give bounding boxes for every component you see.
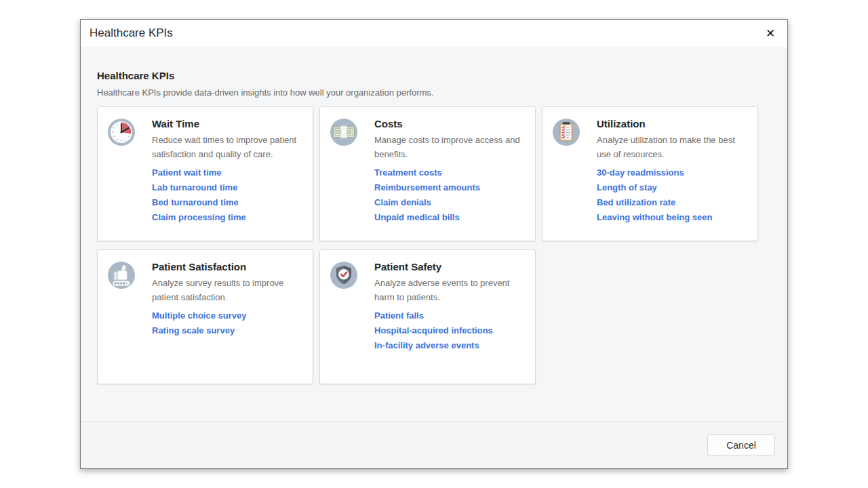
kpi-card-grid: Wait Time Reduce wait times to improve p…	[97, 106, 771, 384]
kpi-link[interactable]: In-facility adverse events	[374, 341, 526, 350]
dialog-footer: Cancel	[81, 421, 787, 468]
card-description: Analyze adverse events to prevent harm t…	[374, 276, 526, 304]
close-icon[interactable]: ✕	[760, 23, 781, 43]
kpi-card-utilization: Utilization Analyze utilization to make …	[542, 106, 758, 241]
kpi-link[interactable]: Hospital-acquired infections	[374, 326, 526, 336]
card-description: Manage costs to improve access and benef…	[374, 133, 526, 161]
card-description: Analyze survey results to improve patien…	[152, 276, 303, 304]
thumbs-up-rating-icon	[107, 261, 136, 289]
card-description: Analyze utilization to make the best use…	[597, 133, 748, 161]
kpi-link[interactable]: Treatment costs	[374, 168, 526, 178]
kpi-card-patient-safety: Patient Safety Analyze adverse events to…	[319, 249, 536, 384]
banknotes-icon	[330, 118, 358, 146]
clock-icon	[107, 118, 136, 146]
kpi-card-patient-satisfaction: Patient Satisfaction Analyze survey resu…	[97, 249, 313, 384]
kpi-link[interactable]: Multiple choice survey	[152, 311, 303, 321]
page-title: Healthcare KPIs	[97, 70, 771, 82]
page-subtitle: Healthcare KPIs provide data-driven insi…	[97, 87, 771, 98]
card-link-list: Treatment costsReimbursement amountsClai…	[374, 168, 526, 222]
card-title: Costs	[374, 118, 526, 129]
shield-check-icon	[330, 261, 358, 289]
kpi-link[interactable]: Bed turnaround time	[152, 198, 303, 207]
kpi-link[interactable]: Leaving without being seen	[597, 213, 748, 222]
card-link-list: 30-day readmissionsLength of stayBed uti…	[597, 168, 748, 222]
kpi-link[interactable]: Lab turnaround time	[152, 183, 303, 192]
kpi-link[interactable]: Patient falls	[374, 311, 526, 321]
kpi-card-costs: Costs Manage costs to improve access and…	[319, 106, 536, 241]
dialog-titlebar: Healthcare KPIs ✕	[81, 20, 787, 47]
kpi-link[interactable]: 30-day readmissions	[597, 168, 748, 178]
kpi-link[interactable]: Rating scale survey	[152, 326, 303, 336]
kpi-link[interactable]: Length of stay	[597, 183, 748, 192]
dialog-body: Healthcare KPIs Healthcare KPIs provide …	[81, 47, 787, 421]
cancel-button[interactable]: Cancel	[707, 434, 775, 455]
kpi-link[interactable]: Unpaid medical bills	[374, 213, 526, 222]
card-title: Patient Satisfaction	[152, 261, 303, 272]
card-title: Patient Safety	[374, 261, 526, 272]
healthcare-kpis-dialog: Healthcare KPIs ✕ Healthcare KPIs Health…	[80, 19, 788, 469]
card-link-list: Patient wait timeLab turnaround timeBed …	[152, 168, 303, 222]
card-title: Utilization	[597, 118, 748, 129]
card-link-list: Patient fallsHospital-acquired infection…	[374, 311, 526, 350]
card-link-list: Multiple choice surveyRating scale surve…	[152, 311, 303, 336]
kpi-link[interactable]: Claim processing time	[152, 213, 303, 222]
kpi-link[interactable]: Claim denials	[374, 198, 526, 207]
dialog-title: Healthcare KPIs	[90, 26, 173, 40]
kpi-link[interactable]: Bed utilization rate	[597, 198, 748, 207]
card-description: Reduce wait times to improve patient sat…	[152, 133, 303, 161]
kpi-link[interactable]: Patient wait time	[152, 168, 303, 178]
kpi-link[interactable]: Reimbursement amounts	[374, 183, 526, 192]
checklist-clipboard-icon	[552, 118, 580, 146]
kpi-card-wait-time: Wait Time Reduce wait times to improve p…	[97, 106, 313, 241]
card-title: Wait Time	[152, 118, 303, 129]
